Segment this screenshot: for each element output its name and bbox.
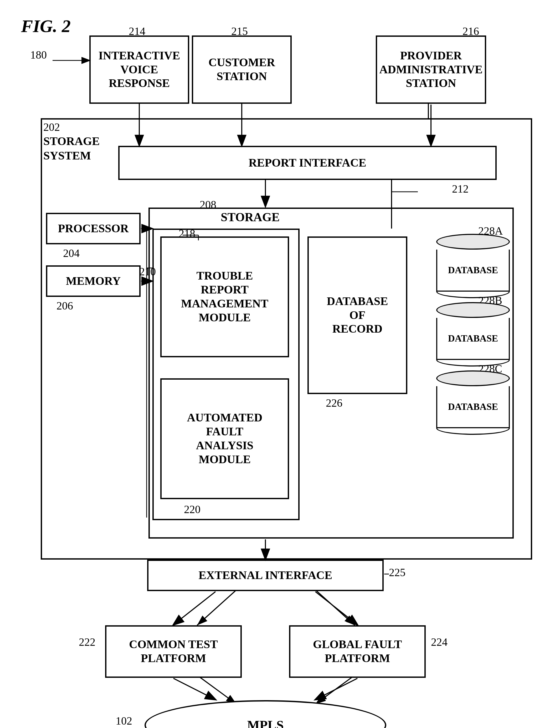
label-224: 224 [431,636,448,648]
ivr-box: INTERACTIVE VOICE RESPONSE [89,35,189,104]
label-208: 208 [200,198,216,211]
db-c-cylinder: DATABASE [436,370,510,435]
provider-admin-box: PROVIDER ADMINISTRATIVE STATION [376,35,486,104]
label-222: 222 [79,636,95,648]
label-218: 218 [179,227,195,240]
label-212: 212 [452,183,469,195]
db-b-cylinder: DATABASE [436,302,510,366]
label-210: 210 [139,265,156,278]
afam-box: AUTOMATED FAULT ANALYSIS MODULE [160,378,289,499]
label-226: 226 [326,397,342,409]
label-204: 204 [63,247,80,260]
storage-label: STORAGE [221,210,280,224]
svg-line-28 [315,592,357,625]
trmm-box: TROUBLE REPORT MANAGEMENT MODULE [160,237,289,357]
database-of-record-box: DATABASE OF RECORD [307,237,407,394]
customer-station-box: CUSTOMER STATION [192,35,292,104]
global-fault-platform-box: GLOBAL FAULT PLATFORM [289,625,426,678]
db-a-cylinder: DATABASE [436,234,510,298]
svg-line-29 [173,678,215,700]
label-202: 202 [43,121,60,134]
figure-label: FIG. 2 [21,16,71,37]
storage-system-label: STORAGE SYSTEM [43,134,100,163]
label-216: 216 [463,25,479,38]
common-test-platform-box: COMMON TEST PLATFORM [105,625,242,678]
memory-box: MEMORY [46,265,141,297]
svg-line-12 [315,675,355,704]
mpls-ellipse: MPLS [145,700,386,728]
svg-line-11 [197,675,237,704]
label-206: 206 [56,300,73,312]
label-215: 215 [231,25,248,38]
label-214: 214 [129,25,145,38]
label-180: 180 [30,49,47,61]
report-interface-box: REPORT INTERFACE [118,146,497,180]
label-102: 102 [116,715,132,727]
label-225: 225 [389,566,405,579]
svg-line-30 [315,678,357,700]
svg-line-27 [173,592,215,625]
page: FIG. 2 [0,0,560,728]
processor-box: PROCESSOR [46,213,141,244]
external-interface-box: EXTERNAL INTERFACE [147,560,384,591]
label-220: 220 [184,503,201,516]
